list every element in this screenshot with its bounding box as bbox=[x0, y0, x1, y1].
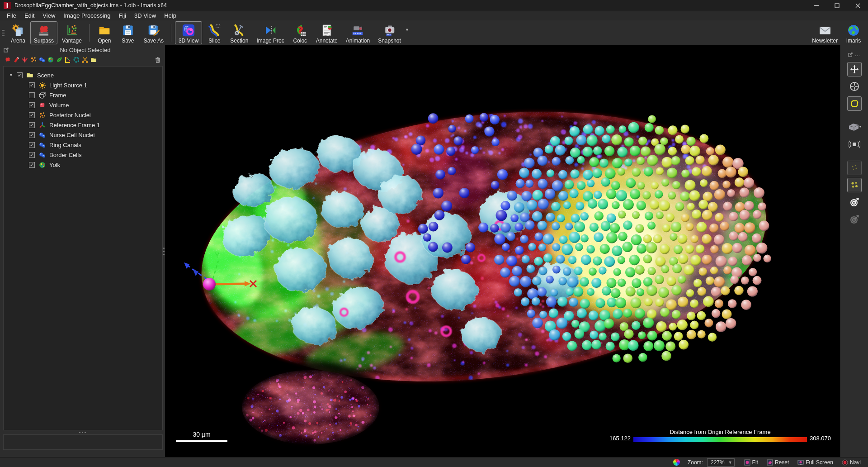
scale-bar: 30 µm bbox=[176, 431, 227, 442]
expand-arrow-icon[interactable]: ▼ bbox=[9, 73, 14, 77]
toolbar-arena[interactable]: Arena bbox=[7, 21, 29, 44]
color-legend: 165.122 Distance from Origin Reference F… bbox=[609, 429, 831, 442]
undock-panel-icon[interactable] bbox=[4, 47, 9, 52]
pointer-move-tool[interactable] bbox=[847, 62, 862, 76]
undock-rail-icon[interactable] bbox=[848, 52, 853, 57]
toolbar-open[interactable]: Open bbox=[93, 21, 116, 44]
add-ring-icon[interactable] bbox=[72, 56, 80, 64]
tree-item-posterior-nuclei[interactable]: Posterior Nuclei bbox=[4, 110, 162, 120]
menu-image-processing[interactable]: Image Processing bbox=[59, 11, 114, 20]
add-coloc-ball-icon[interactable] bbox=[47, 56, 54, 64]
rail-more-icon[interactable]: ... bbox=[855, 52, 860, 57]
toolbar-snapshot[interactable]: Snapshot bbox=[374, 21, 405, 44]
center-object-tool[interactable] bbox=[847, 137, 862, 152]
pick-target-tool[interactable] bbox=[847, 195, 862, 210]
close-button[interactable] bbox=[847, 0, 868, 11]
toolbar-coloc[interactable]: Coloc bbox=[289, 21, 311, 44]
spots-large-tool[interactable] bbox=[847, 178, 862, 192]
toolbar-save[interactable]: Save bbox=[117, 21, 139, 44]
checkbox[interactable] bbox=[29, 82, 35, 88]
scissors-icon[interactable] bbox=[81, 56, 89, 64]
toolbar-slice[interactable]: Slice bbox=[203, 21, 226, 44]
menu-edit[interactable]: Edit bbox=[20, 11, 38, 20]
scene-checkbox[interactable] bbox=[17, 72, 23, 78]
checkbox[interactable] bbox=[29, 92, 35, 98]
save-icon bbox=[121, 24, 135, 37]
toolbar-section[interactable]: Section bbox=[226, 21, 252, 44]
checkbox[interactable] bbox=[29, 162, 35, 168]
view-box-tool[interactable] bbox=[847, 120, 862, 134]
menu-fiji[interactable]: Fiji bbox=[114, 11, 130, 20]
maximize-button[interactable] bbox=[826, 0, 847, 11]
checkbox[interactable] bbox=[29, 102, 35, 108]
add-slicer-icon[interactable] bbox=[12, 56, 20, 64]
scale-bar-line bbox=[176, 440, 227, 442]
menu-file[interactable]: File bbox=[3, 11, 20, 20]
add-surfaces-icon[interactable] bbox=[4, 56, 11, 64]
toolbar-surpass[interactable]: Surpass bbox=[30, 21, 57, 44]
toolbar-annotate[interactable]: Annotate bbox=[312, 21, 341, 44]
chevron-down-icon: ▼ bbox=[728, 460, 732, 465]
toolbar-newsletter[interactable]: Newsletter bbox=[808, 21, 841, 44]
menu-3d-view[interactable]: 3D View bbox=[130, 11, 160, 20]
tree-splitter-handle[interactable] bbox=[0, 430, 165, 434]
window-controls bbox=[806, 0, 868, 11]
spheres-icon bbox=[38, 151, 46, 159]
checkbox[interactable] bbox=[29, 142, 35, 148]
toolbar-label: Snapshot bbox=[378, 38, 401, 44]
3d-viewport[interactable]: Y 30 µm 165.122 Distance from Origin Ref… bbox=[165, 45, 840, 457]
image-proc-icon bbox=[264, 24, 277, 37]
egg-chamber-rendering: Y bbox=[165, 45, 840, 457]
tree-item-ring-canals[interactable]: Ring Canals bbox=[4, 140, 162, 150]
tree-item-yolk[interactable]: Yolk bbox=[4, 160, 162, 170]
imaris-globe-icon bbox=[847, 24, 860, 37]
tree-item-reference-frame[interactable]: Reference Frame 1 bbox=[4, 120, 162, 130]
lasso-select-tool[interactable] bbox=[847, 96, 862, 111]
tree-label: Frame bbox=[49, 92, 66, 99]
checkbox[interactable] bbox=[29, 122, 35, 128]
toolbar-imaris-home[interactable]: Imaris bbox=[842, 21, 865, 44]
tree-item-light-source[interactable]: Light Source 1 bbox=[4, 80, 162, 90]
add-filaments-icon[interactable] bbox=[21, 56, 28, 64]
panel-splitter[interactable] bbox=[163, 248, 165, 255]
toolbar-save-as[interactable]: Save As bbox=[140, 21, 167, 44]
spots-small-tool[interactable] bbox=[847, 161, 862, 175]
reset-button[interactable]: Reset bbox=[764, 459, 792, 466]
menu-help[interactable]: Help bbox=[160, 11, 180, 20]
toolbar-label: Section bbox=[230, 38, 248, 44]
tree-item-volume[interactable]: Volume bbox=[4, 100, 162, 110]
tree-label: Yolk bbox=[49, 162, 60, 168]
menu-view[interactable]: View bbox=[38, 11, 59, 20]
3d-view-icon bbox=[182, 24, 195, 37]
zoom-select[interactable]: 227% ▼ bbox=[707, 458, 735, 467]
delete-trash-icon[interactable] bbox=[154, 56, 161, 64]
center-target-tool[interactable] bbox=[847, 79, 862, 94]
minimize-button[interactable] bbox=[806, 0, 826, 11]
color-wheel-icon[interactable] bbox=[673, 459, 680, 466]
tree-item-frame[interactable]: Frame bbox=[4, 90, 162, 100]
add-measurement-icon[interactable] bbox=[64, 56, 71, 64]
checkbox[interactable] bbox=[29, 112, 35, 118]
add-group-folder-icon[interactable] bbox=[90, 56, 97, 64]
tree-label: Border Cells bbox=[49, 152, 82, 158]
fit-button[interactable]: Fit bbox=[741, 459, 761, 466]
tree-item-nurse-cell-nuclei[interactable]: Nurse Cell Nuclei bbox=[4, 130, 162, 140]
toolbar-3d-view[interactable]: 3D View bbox=[175, 21, 202, 44]
add-cells-icon[interactable] bbox=[38, 56, 46, 64]
full-screen-button[interactable]: Full Screen bbox=[795, 459, 836, 466]
snapshot-dropdown-caret[interactable]: ▼ bbox=[405, 28, 409, 32]
tree-item-scene[interactable]: ▼ Scene bbox=[4, 70, 162, 80]
toolbar-grip[interactable] bbox=[0, 20, 6, 45]
navi-button[interactable]: Navi bbox=[839, 459, 863, 466]
add-leaf-icon[interactable] bbox=[55, 56, 63, 64]
toolbar-image-proc[interactable]: Image Proc bbox=[253, 21, 288, 44]
checkbox[interactable] bbox=[29, 152, 35, 158]
toolbar-vantage[interactable]: Vantage bbox=[58, 21, 85, 44]
toolbar-label: Slice bbox=[208, 38, 220, 44]
checkbox[interactable] bbox=[29, 132, 35, 138]
add-spots-icon[interactable] bbox=[29, 56, 37, 64]
tree-item-border-cells[interactable]: Border Cells bbox=[4, 150, 162, 160]
toolbar-animation[interactable]: Animation bbox=[342, 21, 373, 44]
pick-target-disabled-tool[interactable] bbox=[847, 212, 862, 227]
reference-frame-icon bbox=[38, 121, 46, 129]
